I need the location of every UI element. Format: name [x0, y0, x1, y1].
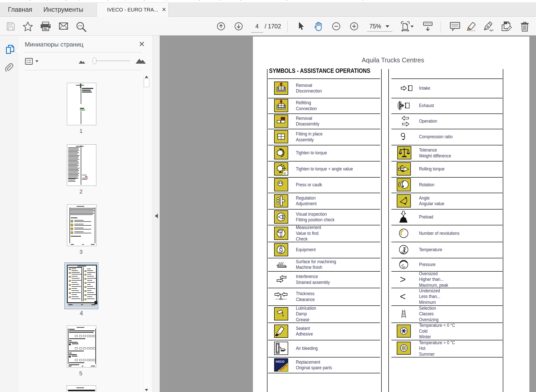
svg-text:IVECO: IVECO	[276, 360, 285, 363]
svg-text:α: α	[284, 171, 286, 175]
svg-text:bar: bar	[402, 266, 405, 268]
